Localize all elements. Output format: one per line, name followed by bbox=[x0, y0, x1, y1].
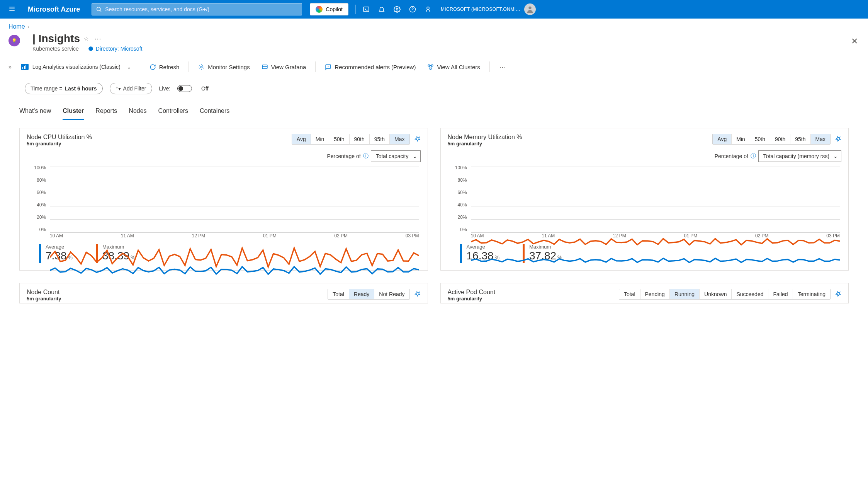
y-tick: 100% bbox=[27, 165, 46, 170]
expand-sidebar-icon[interactable]: » bbox=[5, 61, 15, 72]
seg-90th[interactable]: 90th bbox=[770, 134, 790, 144]
seg-90th[interactable]: 90th bbox=[350, 134, 370, 144]
svg-rect-13 bbox=[22, 67, 23, 69]
close-icon[interactable]: ✕ bbox=[849, 35, 860, 48]
card-subtitle: 5m granularity bbox=[27, 296, 61, 302]
filter-bar: Time range = Last 6 hours ⁺▾ Add Filter … bbox=[0, 77, 868, 100]
hamburger-menu[interactable] bbox=[3, 2, 21, 17]
recommended-alerts-label: Recommended alerts (Preview) bbox=[335, 64, 416, 70]
toolbar-more-icon[interactable]: ⋯ bbox=[494, 60, 512, 73]
x-tick: 01 PM bbox=[684, 233, 697, 239]
svg-point-21 bbox=[428, 65, 430, 66]
more-icon[interactable]: ⋯ bbox=[93, 34, 104, 43]
seg-terminating[interactable]: Terminating bbox=[793, 289, 830, 299]
seg-95th[interactable]: 95th bbox=[370, 134, 390, 144]
card-title: Node Count bbox=[27, 289, 61, 296]
help-icon[interactable] bbox=[405, 2, 420, 17]
monitor-settings-button[interactable]: Monitor Settings bbox=[193, 61, 255, 73]
seg-running[interactable]: Running bbox=[670, 289, 700, 299]
seg-pending[interactable]: Pending bbox=[640, 289, 670, 299]
seg-50th[interactable]: 50th bbox=[750, 134, 770, 144]
svg-point-10 bbox=[427, 7, 429, 9]
cpu-capacity-select[interactable]: Total capacity ⌄ bbox=[371, 150, 421, 162]
tab-reports[interactable]: Reports bbox=[95, 105, 117, 120]
cloud-shell-icon[interactable] bbox=[359, 2, 374, 17]
tab-cluster[interactable]: Cluster bbox=[63, 105, 84, 120]
seg-failed[interactable]: Failed bbox=[768, 289, 793, 299]
seg-avg[interactable]: Avg bbox=[292, 134, 311, 144]
y-tick: 20% bbox=[27, 215, 46, 220]
seg-50th[interactable]: 50th bbox=[329, 134, 349, 144]
pin-icon[interactable] bbox=[835, 136, 841, 143]
mem-capacity-select[interactable]: Total capacity (memory rss) ⌄ bbox=[758, 150, 841, 162]
tenant-label[interactable]: MICROSOFT (MICROSOFT.ONMI... bbox=[441, 7, 520, 12]
seg-not-ready[interactable]: Not Ready bbox=[374, 289, 409, 299]
brand-label[interactable]: Microsoft Azure bbox=[21, 5, 92, 14]
seg-min[interactable]: Min bbox=[311, 134, 330, 144]
tab-containers[interactable]: Containers bbox=[200, 105, 229, 120]
time-range-pill[interactable]: Time range = Last 6 hours bbox=[25, 83, 103, 94]
visualization-selector[interactable]: Log Analytics visualizations (Classic) ⌄ bbox=[16, 62, 136, 72]
settings-icon[interactable] bbox=[390, 2, 404, 17]
pin-icon[interactable] bbox=[835, 291, 841, 298]
avatar[interactable] bbox=[524, 3, 536, 15]
info-icon[interactable]: ⓘ bbox=[751, 153, 756, 160]
svg-point-11 bbox=[528, 7, 531, 9]
notifications-icon[interactable] bbox=[374, 2, 389, 17]
directory-link[interactable]: Directory: Microsoft bbox=[88, 46, 143, 52]
x-tick: 01 PM bbox=[263, 233, 277, 239]
tab-what-s-new[interactable]: What's new bbox=[19, 105, 51, 120]
insights-icon: 💡 bbox=[8, 35, 22, 49]
copilot-button[interactable]: Copilot bbox=[310, 3, 348, 15]
card-title: Node CPU Utilization % bbox=[27, 134, 92, 141]
breadcrumb-home[interactable]: Home bbox=[8, 23, 25, 30]
x-tick: 11 AM bbox=[121, 233, 134, 239]
svg-rect-14 bbox=[24, 66, 25, 69]
chevron-down-icon: ⌄ bbox=[127, 64, 131, 70]
add-filter-pill[interactable]: ⁺▾ Add Filter bbox=[110, 83, 152, 94]
svg-line-25 bbox=[429, 66, 430, 68]
refresh-button[interactable]: Refresh bbox=[144, 61, 185, 73]
refresh-icon bbox=[149, 64, 156, 70]
view-all-clusters-button[interactable]: View All Clusters bbox=[422, 61, 485, 73]
card-title: Active Pod Count bbox=[448, 289, 496, 296]
pin-icon[interactable] bbox=[414, 136, 421, 143]
live-toggle[interactable] bbox=[177, 85, 192, 92]
tab-controllers[interactable]: Controllers bbox=[158, 105, 188, 120]
seg-total[interactable]: Total bbox=[619, 289, 640, 299]
card-pod-count: Active Pod Count 5m granularity TotalPen… bbox=[440, 283, 849, 303]
seg-total[interactable]: Total bbox=[328, 289, 349, 299]
feedback-icon[interactable] bbox=[421, 2, 435, 17]
seg-avg[interactable]: Avg bbox=[713, 134, 732, 144]
seg-min[interactable]: Min bbox=[732, 134, 750, 144]
page-title: | Insights bbox=[32, 32, 80, 45]
y-tick: 80% bbox=[448, 177, 467, 183]
card-memory-utilization: Node Memory Utilization % 5m granularity… bbox=[440, 128, 849, 271]
search-input[interactable] bbox=[105, 6, 298, 12]
info-icon bbox=[88, 46, 93, 51]
select-value: Total capacity bbox=[376, 153, 409, 159]
seg-unknown[interactable]: Unknown bbox=[700, 289, 732, 299]
seg-95th[interactable]: 95th bbox=[790, 134, 810, 144]
view-grafana-button[interactable]: View Grafana bbox=[256, 61, 312, 73]
global-search[interactable] bbox=[92, 3, 302, 15]
y-tick: 60% bbox=[448, 190, 467, 195]
seg-ready[interactable]: Ready bbox=[349, 289, 374, 299]
svg-point-23 bbox=[430, 68, 431, 69]
page-header: 💡 | Insights ☆ ⋯ Kubernetes service Dire… bbox=[0, 32, 868, 53]
svg-line-4 bbox=[100, 10, 101, 12]
cpu-aggregation-selector: AvgMin50th90th95thMax bbox=[292, 134, 410, 145]
seg-max[interactable]: Max bbox=[811, 134, 830, 144]
seg-max[interactable]: Max bbox=[390, 134, 409, 144]
node-count-selector: TotalReadyNot Ready bbox=[328, 289, 409, 300]
seg-succeeded[interactable]: Succeeded bbox=[732, 289, 768, 299]
pin-icon[interactable] bbox=[414, 291, 421, 298]
tab-nodes[interactable]: Nodes bbox=[129, 105, 146, 120]
time-range-value: Last 6 hours bbox=[65, 85, 97, 92]
info-icon[interactable]: ⓘ bbox=[363, 153, 369, 160]
y-tick: 40% bbox=[27, 202, 46, 208]
refresh-label: Refresh bbox=[159, 64, 180, 70]
recommended-alerts-button[interactable]: Recommended alerts (Preview) bbox=[319, 61, 421, 73]
favorite-star-icon[interactable]: ☆ bbox=[84, 36, 89, 42]
svg-rect-15 bbox=[25, 65, 26, 69]
